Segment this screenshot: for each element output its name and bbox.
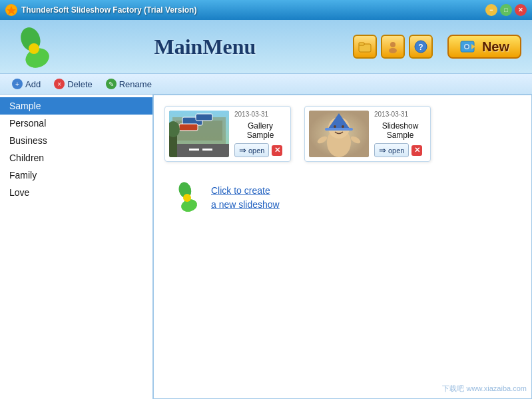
user-icon-button[interactable] — [381, 35, 405, 59]
create-new-area[interactable]: Click to createa new slideshow — [164, 175, 521, 220]
svg-rect-22 — [179, 124, 198, 131]
header-buttons: ? New — [353, 35, 521, 59]
open-icon-1: ⇒ — [239, 145, 246, 155]
create-new-icon — [171, 182, 203, 214]
svg-point-41 — [183, 194, 191, 202]
card-title-2: SlideshowSample — [374, 121, 426, 140]
help-icon-button[interactable]: ? — [409, 35, 433, 59]
rename-label: Rename — [119, 79, 152, 89]
title-bar-text: ThunderSoft Slideshow Factory (Trial Ver… — [21, 5, 196, 15]
sidebar-item-personal[interactable]: Personal — [0, 115, 152, 132]
open-label-2: open — [388, 147, 404, 155]
title-bar-left: ThunderSoft Slideshow Factory (Trial Ver… — [5, 4, 196, 16]
svg-point-34 — [342, 125, 344, 128]
sidebar-item-family[interactable]: Family — [0, 167, 152, 184]
svg-text:?: ? — [418, 43, 423, 52]
content-area: Sample Personal Business Children Family… — [0, 95, 532, 399]
add-button[interactable]: + Add — [7, 77, 46, 91]
card-actions-1: ⇒ open ✕ — [234, 143, 286, 157]
rename-icon: ✎ — [106, 79, 117, 89]
delete-gallery-button[interactable]: ✕ — [272, 145, 282, 156]
folder-icon-button[interactable] — [353, 35, 377, 59]
add-icon: + — [12, 79, 23, 89]
card-info-2: 2013-03-31 SlideshowSample ⇒ open ✕ — [374, 111, 426, 157]
svg-point-33 — [334, 125, 336, 128]
close-button[interactable]: ✕ — [515, 4, 527, 16]
delete-label: Delete — [67, 79, 93, 89]
open-slideshow-button[interactable]: ⇒ open — [374, 143, 409, 157]
window-body: MainMenu ? — [0, 20, 532, 399]
card-actions-2: ⇒ open ✕ — [374, 143, 426, 157]
open-icon-2: ⇒ — [379, 145, 386, 155]
rename-button[interactable]: ✎ Rename — [101, 77, 157, 91]
sidebar-item-children[interactable]: Children — [0, 149, 152, 167]
svg-point-10 — [389, 48, 397, 53]
add-label: Add — [25, 79, 41, 89]
open-gallery-button[interactable]: ⇒ open — [234, 143, 269, 157]
svg-rect-24 — [189, 149, 199, 151]
card-inner-2: 2013-03-31 SlideshowSample ⇒ open ✕ — [309, 111, 426, 157]
svg-point-6 — [29, 43, 39, 54]
sidebar-item-business[interactable]: Business — [0, 132, 152, 149]
sidebar-item-love[interactable]: Love — [0, 184, 152, 201]
app-icon — [5, 4, 17, 16]
svg-rect-8 — [359, 43, 364, 45]
delete-icon: × — [54, 79, 65, 89]
main-content: 2013-03-31 GallerySample ⇒ open ✕ — [153, 95, 532, 399]
slideshow-sample-card: 2013-03-31 SlideshowSample ⇒ open ✕ — [304, 106, 431, 162]
toolbar: + Add × Delete ✎ Rename — [0, 73, 532, 95]
sidebar: Sample Personal Business Children Family… — [0, 95, 153, 399]
svg-point-15 — [465, 45, 468, 49]
card-date-2: 2013-03-31 — [374, 111, 426, 118]
slideshow-thumbnail — [309, 111, 369, 157]
new-button-label: New — [482, 39, 509, 55]
title-bar-controls: − □ ✕ — [485, 4, 527, 16]
card-title-1: GallerySample — [234, 121, 286, 140]
svg-rect-25 — [202, 149, 212, 151]
logo — [11, 25, 57, 69]
gallery-sample-card: 2013-03-31 GallerySample ⇒ open ✕ — [164, 106, 291, 162]
sidebar-item-sample[interactable]: Sample — [0, 97, 152, 115]
main-title: MainMenu — [57, 35, 353, 59]
maximize-button[interactable]: □ — [500, 4, 512, 16]
svg-rect-32 — [325, 128, 353, 131]
create-new-text[interactable]: Click to createa new slideshow — [211, 184, 280, 212]
title-bar: ThunderSoft Slideshow Factory (Trial Ver… — [0, 0, 532, 20]
delete-slideshow-button[interactable]: ✕ — [411, 145, 422, 156]
svg-rect-21 — [196, 114, 212, 121]
card-date-1: 2013-03-31 — [234, 111, 286, 118]
open-label-1: open — [248, 147, 264, 155]
svg-point-9 — [390, 42, 396, 47]
delete-button[interactable]: × Delete — [49, 77, 98, 91]
header-area: MainMenu ? — [0, 20, 532, 73]
cards-row: 2013-03-31 GallerySample ⇒ open ✕ — [164, 106, 521, 162]
card-info-1: 2013-03-31 GallerySample ⇒ open ✕ — [234, 111, 286, 157]
minimize-button[interactable]: − — [485, 4, 497, 16]
new-button[interactable]: New — [447, 35, 521, 59]
gallery-thumbnail — [169, 111, 229, 157]
card-inner-1: 2013-03-31 GallerySample ⇒ open ✕ — [169, 111, 286, 157]
